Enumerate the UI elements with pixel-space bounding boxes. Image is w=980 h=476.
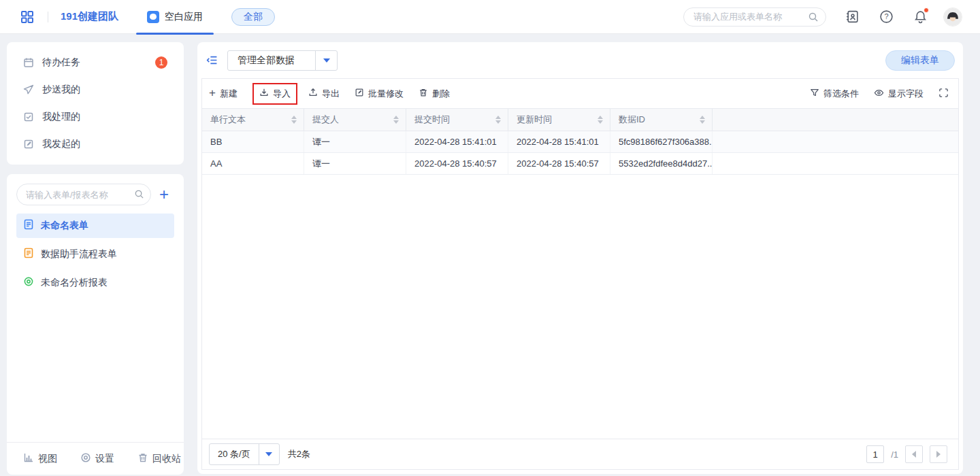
edit-document-icon xyxy=(23,139,34,150)
next-page-button[interactable] xyxy=(930,445,947,463)
column-header-submit-time[interactable]: 提交时间 xyxy=(406,109,508,131)
views-label: 视图 xyxy=(38,453,57,465)
search-icon xyxy=(808,12,819,25)
batch-edit-button[interactable]: 批量修改 xyxy=(355,88,404,100)
global-search-input[interactable] xyxy=(683,7,826,27)
trash-icon xyxy=(137,452,148,465)
form-list: 未命名表单 数据助手流程表单 未命名分析报表 xyxy=(16,214,174,295)
sidebar: 待办任务 1 抄送我的 我处理的 我发起的 xyxy=(7,42,184,475)
fullscreen-button[interactable] xyxy=(938,88,949,100)
prev-page-button[interactable] xyxy=(905,445,923,463)
notifications-bell-icon[interactable] xyxy=(912,9,928,25)
sidebar-item-todo-tasks[interactable]: 待办任务 1 xyxy=(7,49,184,76)
delete-label: 删除 xyxy=(432,88,450,100)
page-size-select[interactable]: 20 条/页 xyxy=(209,443,280,465)
settings-label: 设置 xyxy=(95,453,114,465)
sort-icon[interactable] xyxy=(393,116,399,124)
recycle-bin-button[interactable]: 回收站 xyxy=(137,452,181,465)
edit-square-icon xyxy=(355,88,364,99)
column-label: 提交时间 xyxy=(414,114,450,126)
data-table-container: + 新建 导入 导出 批量 xyxy=(201,78,959,470)
filter-label: 筛选条件 xyxy=(823,88,859,100)
settings-button[interactable]: 设置 xyxy=(80,452,114,465)
sidebar-footer: 视图 设置 回收站 xyxy=(7,442,184,475)
form-item-data-assistant-flow[interactable]: 数据助手流程表单 xyxy=(16,242,174,267)
table-row[interactable]: BB 谭一 2022-04-28 15:41:01 2022-04-28 15:… xyxy=(202,131,958,153)
column-header-text[interactable]: 单行文本 xyxy=(202,109,304,131)
column-label: 更新时间 xyxy=(517,114,552,126)
sort-icon[interactable] xyxy=(598,116,603,124)
todo-count-badge: 1 xyxy=(155,56,167,69)
table-header-row: 单行文本 提交人 提交时间 更新时间 数据ID xyxy=(202,108,958,131)
app-icon xyxy=(147,11,159,23)
sort-icon[interactable] xyxy=(291,116,297,124)
header-divider xyxy=(48,12,48,22)
data-scope-select[interactable]: 管理全部数据 xyxy=(227,50,338,71)
form-item-unnamed-report[interactable]: 未命名分析报表 xyxy=(16,271,174,295)
cell-filler xyxy=(713,131,958,152)
form-item-unnamed-form[interactable]: 未命名表单 xyxy=(16,214,174,238)
add-form-button[interactable]: + xyxy=(154,184,174,205)
search-icon xyxy=(134,189,144,202)
column-header-update-time[interactable]: 更新时间 xyxy=(508,109,610,131)
column-header-data-id[interactable]: 数据ID xyxy=(610,109,713,131)
team-name-link[interactable]: 191创建团队 xyxy=(61,10,118,23)
report-target-icon-green xyxy=(23,276,34,290)
show-fields-button[interactable]: 显示字段 xyxy=(874,88,924,100)
views-button[interactable]: 视图 xyxy=(23,452,57,465)
clipboard-check-icon xyxy=(23,112,34,122)
data-scope-value: 管理全部数据 xyxy=(228,51,315,70)
batch-edit-label: 批量修改 xyxy=(368,88,404,100)
edit-form-button[interactable]: 编辑表单 xyxy=(885,50,955,71)
cell-text: AA xyxy=(202,153,304,174)
form-document-icon-blue xyxy=(23,219,34,233)
calendar-icon xyxy=(23,57,34,68)
table-toolbar: + 新建 导入 导出 批量 xyxy=(202,79,958,108)
top-header: 191创建团队 空白应用 全部 ? xyxy=(0,0,980,34)
column-header-submitter[interactable]: 提交人 xyxy=(304,109,406,131)
bar-chart-icon xyxy=(23,452,34,465)
cell-update-time: 2022-04-28 15:40:57 xyxy=(508,153,610,174)
export-button[interactable]: 导出 xyxy=(308,88,340,100)
import-button[interactable]: 导入 xyxy=(259,88,291,100)
sidebar-item-initiated-by-me[interactable]: 我发起的 xyxy=(7,131,184,158)
form-search xyxy=(16,184,151,205)
table-empty-space xyxy=(202,175,958,439)
sort-icon[interactable] xyxy=(495,116,501,124)
filter-conditions-button[interactable]: 筛选条件 xyxy=(810,88,859,100)
export-label: 导出 xyxy=(322,88,340,100)
form-search-input[interactable] xyxy=(16,184,151,205)
paper-plane-icon xyxy=(23,84,34,95)
table-row[interactable]: AA 谭一 2022-04-28 15:40:57 2022-04-28 15:… xyxy=(202,153,958,175)
caret-right-icon xyxy=(936,451,941,458)
delete-button[interactable]: 删除 xyxy=(419,88,450,100)
cell-filler xyxy=(713,153,958,174)
column-label: 提交人 xyxy=(312,114,339,126)
scope-filter-pill[interactable]: 全部 xyxy=(231,8,275,26)
notification-dot xyxy=(924,7,929,13)
help-icon[interactable]: ? xyxy=(878,9,894,25)
contacts-icon[interactable] xyxy=(844,9,860,25)
import-label: 导入 xyxy=(273,88,291,100)
gear-icon xyxy=(80,452,91,465)
initiated-by-me-label: 我发起的 xyxy=(42,138,80,150)
apps-grid-icon[interactable] xyxy=(19,9,35,25)
task-shortcuts-card: 待办任务 1 抄送我的 我处理的 我发起的 xyxy=(7,42,184,165)
plus-icon: + xyxy=(209,87,216,99)
avatar[interactable] xyxy=(943,7,962,27)
sort-icon[interactable] xyxy=(700,116,705,124)
tab-current-app[interactable]: 空白应用 xyxy=(136,0,214,34)
collapse-sidebar-icon[interactable] xyxy=(204,53,219,68)
sidebar-item-cc-to-me[interactable]: 抄送我的 xyxy=(7,76,184,103)
export-upload-icon xyxy=(308,88,318,99)
new-record-button[interactable]: + 新建 xyxy=(209,88,238,100)
page-number-input[interactable] xyxy=(866,445,884,463)
pagination-bar: 20 条/页 共2条 /1 xyxy=(202,439,958,469)
sidebar-item-processed-by-me[interactable]: 我处理的 xyxy=(7,103,184,131)
cc-to-me-label: 抄送我的 xyxy=(42,84,80,96)
caret-left-icon xyxy=(912,451,916,458)
main-panel: 管理全部数据 编辑表单 + 新建 导入 导 xyxy=(197,42,963,474)
form-document-icon-orange xyxy=(23,248,34,261)
import-download-icon xyxy=(259,88,269,99)
panel-header: 管理全部数据 编辑表单 xyxy=(197,42,963,78)
